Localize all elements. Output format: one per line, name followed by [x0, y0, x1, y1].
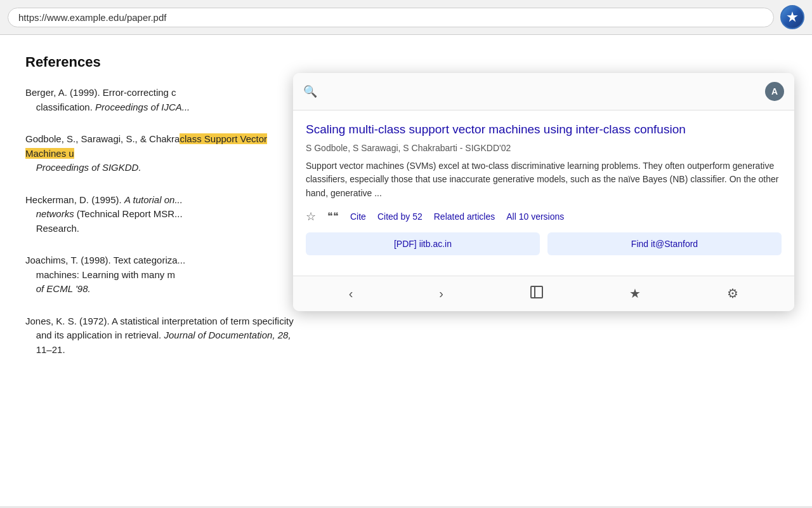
find-stanford-button[interactable]: Find it@Stanford [547, 232, 782, 255]
star-button[interactable]: ★ [624, 283, 646, 304]
cite-quote-icon: ❝❝ [327, 210, 339, 222]
reference-item-5: Jones, K. S. (1972). A statistical inter… [25, 314, 304, 358]
paper-abstract: Support vector machines (SVMs) excel at … [306, 159, 782, 201]
search-icon: 🔍 [303, 84, 317, 98]
pdf-buttons: [PDF] iitb.ac.in Find it@Stanford [306, 232, 782, 255]
reference-item-1: Berger, A. (1999). Error-correcting c cl… [25, 86, 304, 114]
star-icon: ★ [629, 286, 641, 301]
ref5-text: Jones, K. S. (1972). A statistical inter… [25, 316, 294, 355]
popup-body: Scaling multi-class support vector machi… [293, 110, 794, 276]
ref2-text: Godbole, S., Sarawagi, S., & Chakraclass… [25, 133, 267, 173]
back-icon: ‹ [349, 286, 353, 301]
save-star-icon[interactable]: ☆ [306, 210, 316, 224]
settings-button[interactable]: ⚙ [722, 283, 743, 304]
ref3-text: Heckerman, D. (1995). A tutorial on... n… [25, 194, 183, 234]
popup-toolbar: ‹ › ★ ⚙ [293, 276, 794, 311]
reference-item-2: Godbole, S., Sarawagi, S., & Chakraclass… [25, 132, 304, 175]
related-articles-link[interactable]: Related articles [434, 211, 495, 222]
browser-bar: https://www.example.edu/paper.pdf [0, 0, 812, 35]
expand-button[interactable] [525, 283, 549, 305]
paper-authors: S Godbole, S Sarawagi, S Chakrabarti - S… [306, 143, 782, 153]
popup-search-bar: 🔍 A [293, 73, 794, 110]
reference-item-4: Joachims, T. (1998). Text categoriza... … [25, 253, 304, 297]
expand-icon [530, 285, 544, 302]
user-avatar[interactable]: A [765, 82, 784, 101]
references-heading: References [25, 54, 787, 70]
page-content: References Berger, A. (1999). Error-corr… [0, 35, 812, 506]
back-button[interactable]: ‹ [344, 284, 358, 304]
cite-link[interactable]: Cite [350, 211, 366, 222]
address-bar[interactable]: https://www.example.edu/paper.pdf [8, 8, 774, 27]
reference-item-3: Heckerman, D. (1995). A tutorial on... n… [25, 193, 304, 236]
all-versions-link[interactable]: All 10 versions [506, 211, 564, 222]
forward-icon: › [439, 286, 443, 301]
ref4-text: Joachims, T. (1998). Text categoriza... … [25, 255, 185, 294]
settings-icon: ⚙ [727, 286, 738, 301]
scholar-extension-button[interactable] [780, 5, 804, 29]
pdf-iitb-button[interactable]: [PDF] iitb.ac.in [306, 232, 540, 255]
search-input[interactable] [324, 86, 759, 97]
paper-actions: ☆ ❝❝ Cite Cited by 52 Related articles A… [306, 210, 782, 224]
paper-title[interactable]: Scaling multi-class support vector machi… [306, 122, 782, 138]
scholar-popup: 🔍 A Scaling multi-class support vector m… [293, 73, 794, 311]
svg-rect-0 [531, 286, 542, 298]
cited-by-link[interactable]: Cited by 52 [377, 211, 422, 222]
forward-button[interactable]: › [434, 284, 449, 304]
ref1-text: Berger, A. (1999). Error-correcting c cl… [25, 87, 190, 112]
ref2-highlight: class Support Vector Machines u [25, 133, 267, 159]
